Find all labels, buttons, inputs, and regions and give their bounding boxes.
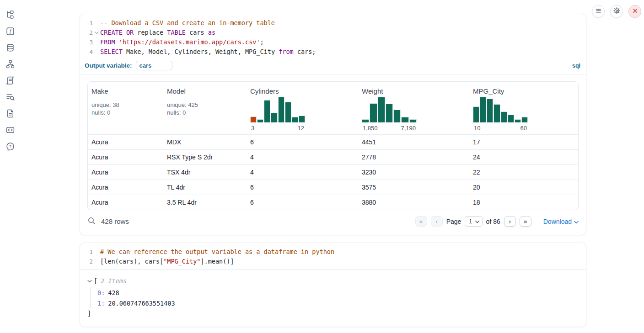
items-count: 2 Items (101, 277, 127, 285)
output-variable-input[interactable] (136, 61, 172, 70)
table-cell: 18 (469, 199, 578, 206)
histogram-bar[interactable] (292, 117, 298, 122)
table-row[interactable]: AcuraTSX 4dr4323022 (88, 164, 578, 180)
search-button[interactable] (87, 217, 96, 226)
collapse-chevron-icon[interactable] (87, 280, 92, 283)
result-table: Makeunique: 38nulls: 0Modelunique: 425nu… (87, 81, 579, 210)
code-line: 2[len(cars), cars["MPG_City"].mean()] (83, 257, 580, 266)
function-icon: f (6, 27, 15, 36)
histogram-bar[interactable] (501, 111, 507, 122)
next-page-button[interactable]: › (504, 216, 516, 227)
histogram-bar[interactable] (480, 97, 486, 122)
histogram-bar[interactable] (278, 97, 284, 122)
column-title: Model (167, 87, 243, 95)
download-button[interactable]: Download (543, 218, 579, 225)
menu-button[interactable] (592, 5, 605, 18)
last-page-button[interactable]: » (520, 216, 531, 227)
code-text: FROM 'https://datasets.marimo.app/cars.c… (100, 37, 264, 47)
histogram-bar[interactable] (515, 119, 521, 122)
histogram-bar[interactable] (508, 115, 514, 122)
sql-editor[interactable]: 1-- Download a CSV and create an in-memo… (80, 14, 586, 60)
histogram-bar[interactable] (487, 99, 493, 122)
table-cell: 3880 (358, 199, 469, 206)
page-select-value: 1 (469, 218, 472, 225)
sidebar-item-snippets[interactable] (0, 122, 20, 138)
table-cell: 17 (469, 138, 578, 146)
histogram-axis: 1,8507,190 (362, 125, 417, 132)
histogram-bars (250, 97, 305, 122)
language-badge: sql (572, 63, 580, 69)
table-cell: Acura (88, 169, 163, 176)
table-cell: 3230 (358, 169, 469, 176)
table-cell: Acura (88, 199, 163, 206)
table-footer: 428 rows « ‹ Page 1 of 86 › (87, 216, 579, 228)
column-header-mpg_city[interactable]: MPG_City1060 (469, 82, 578, 134)
table-cell: TL 4dr (163, 184, 247, 191)
sidebar-item-variables[interactable]: f (0, 23, 20, 39)
pagination: « ‹ Page 1 of 86 › » (415, 216, 579, 227)
histogram-axis: 1060 (473, 125, 528, 132)
histogram-bar[interactable] (401, 117, 408, 122)
histogram-bar[interactable] (257, 119, 263, 122)
topbar (592, 5, 641, 18)
sidebar-item-dependencies[interactable] (0, 56, 20, 72)
fold-chevron-icon[interactable] (93, 28, 100, 37)
column-title: Weight (362, 87, 466, 95)
histogram-bar[interactable] (494, 104, 500, 122)
code-line: 1# We can reference the output variable … (83, 247, 580, 257)
histogram-bar[interactable] (473, 106, 479, 122)
page-select[interactable]: 1 (465, 216, 482, 227)
histogram-bar[interactable] (409, 119, 417, 122)
histogram-bar[interactable] (285, 102, 291, 122)
table-row[interactable]: AcuraRSX Type S 2dr4277824 (88, 149, 578, 164)
column-header-make[interactable]: Makeunique: 38nulls: 0 (88, 82, 163, 134)
settings-button[interactable] (610, 5, 623, 18)
sidebar-item-file-explorer[interactable] (0, 6, 20, 23)
notebook: 1-- Download a CSV and create an in-memo… (80, 14, 586, 327)
histogram-bar[interactable] (250, 116, 257, 122)
histogram-bar[interactable] (362, 119, 369, 122)
histogram-bar[interactable] (521, 117, 528, 122)
axis-max-label: 60 (521, 125, 527, 132)
histogram-bar[interactable] (386, 104, 393, 122)
histogram-bar[interactable] (299, 116, 305, 122)
line-number: 2 (83, 257, 93, 266)
histogram-bars (362, 97, 417, 122)
sidebar-item-logs[interactable] (0, 89, 20, 105)
download-label: Download (543, 218, 572, 225)
table-cell: 4451 (358, 138, 469, 146)
table-row[interactable]: AcuraTL 4dr6357520 (88, 180, 578, 195)
histogram-bar[interactable] (370, 103, 377, 122)
axis-min-label: 10 (474, 125, 480, 132)
table-cell: Acura (88, 153, 163, 161)
tree-entry-key: 0: (97, 289, 105, 296)
python-editor[interactable]: 1# We can reference the output variable … (80, 243, 586, 270)
sidebar-item-scratchpad[interactable] (0, 72, 20, 89)
histogram-bar[interactable] (378, 97, 385, 122)
table-row[interactable]: Acura3.5 RL 4dr6388018 (88, 195, 578, 210)
column-header-cylinders[interactable]: Cylinders312 (247, 82, 358, 134)
first-page-button[interactable]: « (415, 216, 427, 227)
axis-min-label: 1,850 (363, 125, 378, 132)
histogram-bar[interactable] (271, 113, 277, 122)
column-header-weight[interactable]: Weight1,8507,190 (358, 82, 469, 134)
table-row[interactable]: AcuraMDX6445117 (88, 134, 578, 149)
column-header-model[interactable]: Modelunique: 425nulls: 0 (163, 82, 247, 134)
line-number: 4 (83, 48, 93, 57)
python-cell: 1# We can reference the output variable … (80, 243, 586, 327)
prev-page-button[interactable]: ‹ (431, 216, 443, 227)
code-line: 2CREATE OR replace TABLE cars as (83, 28, 580, 37)
histogram-bar[interactable] (393, 110, 401, 122)
table-cell: Acura (88, 184, 163, 191)
shutdown-button[interactable] (628, 5, 641, 18)
chevron-right-icon: › (509, 218, 511, 225)
table-cell: 6 (247, 199, 358, 206)
axis-min-label: 3 (251, 125, 254, 132)
sidebar-item-documentation[interactable] (0, 105, 20, 122)
code-text: CREATE OR replace TABLE cars as (100, 28, 215, 37)
sidebar-item-help[interactable]: ? (0, 138, 20, 154)
table-cell: RSX Type S 2dr (163, 153, 247, 161)
histogram-bar[interactable] (264, 100, 270, 122)
table-cell: 20 (469, 184, 578, 191)
sidebar-item-datasources[interactable] (0, 39, 20, 56)
